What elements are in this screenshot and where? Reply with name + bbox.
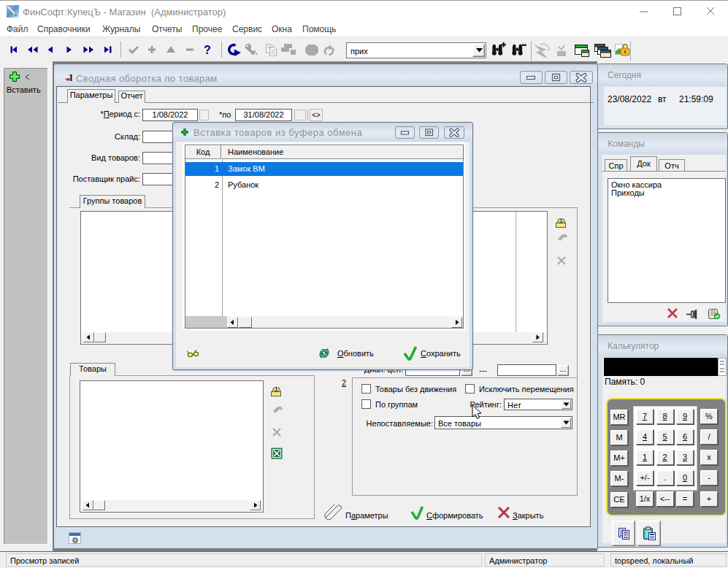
svg-text:?: ? (204, 44, 211, 56)
